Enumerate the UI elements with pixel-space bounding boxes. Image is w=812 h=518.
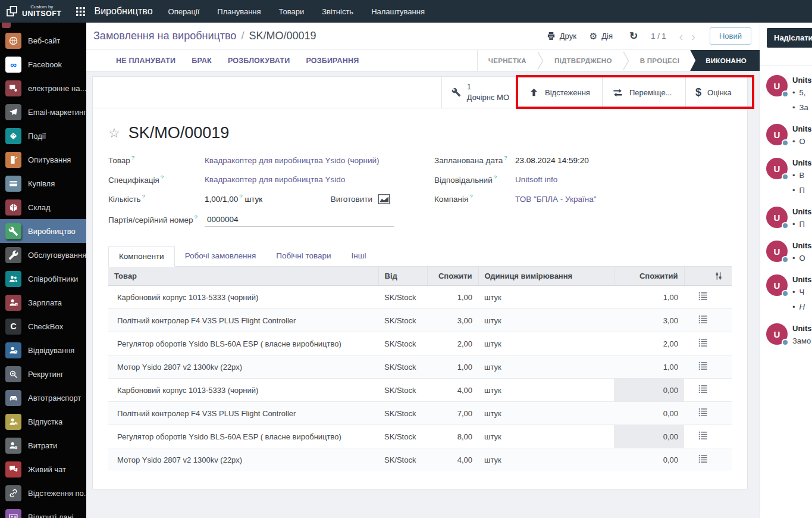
sidebar-item-payroll[interactable]: $Зарплата xyxy=(0,291,86,314)
cell-from[interactable]: SK/Stock xyxy=(378,425,427,448)
table-row[interactable]: Мотор Ysido 2807 v2 1300kv (22px)SK/Stoc… xyxy=(108,355,732,379)
sidebar-item-social-marketing[interactable]: електронне на... xyxy=(0,76,86,100)
print-button[interactable]: Друк xyxy=(547,32,576,40)
cell-uom[interactable]: штук xyxy=(478,402,614,425)
cell-product[interactable]: Регулятор оборотів Ysido BLS-60A ESP ( в… xyxy=(108,332,378,355)
company-value-link[interactable]: ТОВ "БПЛА - Україна" xyxy=(515,195,597,204)
lot-number-input[interactable] xyxy=(205,214,394,227)
cell-consumed[interactable]: 0,00 xyxy=(614,448,684,472)
cell-from[interactable]: SK/Stock xyxy=(378,379,427,402)
sidebar-item-fleet[interactable]: Автотранспорт xyxy=(0,386,86,410)
move-details-list-icon[interactable] xyxy=(698,338,707,347)
move-details-list-icon[interactable] xyxy=(698,408,707,417)
status-step[interactable]: ПІДТВЕРДЖЕНО xyxy=(544,50,623,71)
cell-uom[interactable]: штук xyxy=(478,355,614,379)
cell-to-consume[interactable]: 4,00 xyxy=(427,448,478,472)
cell-consumed[interactable]: 3,00 xyxy=(614,309,684,332)
status-step[interactable]: В ПРОЦЕСІ xyxy=(629,50,691,71)
cell-consumed[interactable]: 0,00 xyxy=(614,402,684,425)
breadcrumb-parent-link[interactable]: Замовлення на виробництво xyxy=(93,30,236,42)
product-value-link[interactable]: Квадракоптер для виробництва Ysido (чорн… xyxy=(205,156,380,165)
cell-uom[interactable]: штук xyxy=(478,425,614,448)
cell-to-consume[interactable]: 1,00 xyxy=(427,355,478,379)
cell-to-consume[interactable]: 8,00 xyxy=(427,425,478,448)
table-row[interactable]: Регулятор оборотів Ysido BLS-60A ESP ( в… xyxy=(108,332,732,355)
move-details-list-icon[interactable] xyxy=(698,385,707,394)
refresh-icon[interactable]: ↻ xyxy=(629,30,638,42)
sidebar-item-paper-plane[interactable]: Email-маркетинг xyxy=(0,100,86,124)
cell-product[interactable]: Карбоновий корпус 1013-5333 (чорний) xyxy=(108,286,378,309)
optional-columns-sliders-icon[interactable] xyxy=(691,272,726,280)
valuation-smart-button[interactable]: $ Оцінка xyxy=(685,77,747,108)
sidebar-item-link-tracker[interactable]: Відстеження по... xyxy=(0,481,86,505)
cell-to-consume[interactable]: 2,00 xyxy=(427,332,478,355)
cell-uom[interactable]: штук xyxy=(478,332,614,355)
table-row[interactable]: Мотор Ysido 2807 v2 1300kv (22px)SK/Stoc… xyxy=(108,448,732,472)
cell-product[interactable]: Політний контролер F4 V3S PLUS Flight Co… xyxy=(108,309,378,332)
tab-page[interactable]: Робочі замовлення xyxy=(175,246,267,266)
sidebar-item-survey[interactable]: Опитування xyxy=(0,148,86,171)
action-button[interactable]: НЕ ПЛАНУВАТИ xyxy=(116,57,175,65)
menu-item[interactable]: Планування xyxy=(217,7,261,16)
cell-to-consume[interactable]: 1,00 xyxy=(427,286,478,309)
table-row[interactable]: Карбоновий корпус 1013-5333 (чорний)SK/S… xyxy=(108,379,732,402)
table-row[interactable]: Політний контролер F4 V3S PLUS Flight Co… xyxy=(108,309,732,332)
cell-consumed[interactable]: 2,00 xyxy=(614,332,684,355)
tab-page[interactable]: Інші xyxy=(341,246,377,266)
responsible-value-link[interactable]: Unitsoft info xyxy=(515,175,557,184)
menu-item[interactable]: Звітність xyxy=(322,7,353,16)
new-record-button[interactable]: Новий xyxy=(710,27,751,45)
sidebar-item-manufacturing[interactable]: Виробництво xyxy=(0,219,86,243)
sidebar-item-attendance[interactable]: Відвідування xyxy=(0,338,86,362)
action-button[interactable]: БРАК xyxy=(192,57,212,65)
sidebar-item-inventory[interactable]: Склад xyxy=(0,195,86,219)
current-app-name[interactable]: Виробництво xyxy=(95,6,153,17)
cell-consumed[interactable]: 1,00 xyxy=(614,286,684,309)
menu-item[interactable]: Товари xyxy=(279,7,305,16)
status-active[interactable]: ВИКОНАНО xyxy=(690,50,760,71)
traceability-smart-button[interactable]: Відстеження xyxy=(519,77,602,108)
sidebar-item-expenses[interactable]: $Витрати xyxy=(0,433,86,457)
cell-from[interactable]: SK/Stock xyxy=(378,402,427,425)
cell-uom[interactable]: штук xyxy=(478,309,614,332)
move-details-list-icon[interactable] xyxy=(698,292,707,301)
favorite-star-icon[interactable]: ☆ xyxy=(108,127,120,140)
action-button[interactable]: РОЗБИРАННЯ xyxy=(306,57,359,65)
tab-page[interactable]: Побічні товари xyxy=(266,246,341,266)
sidebar-item-recruitment[interactable]: Рекрутинг xyxy=(0,362,86,386)
sidebar-item-maintenance[interactable]: Обслуговування xyxy=(0,243,86,267)
cell-consumed[interactable]: 1,00 xyxy=(614,355,684,379)
action-menu-button[interactable]: ⚙ Дія xyxy=(590,32,613,40)
cell-uom[interactable]: штук xyxy=(478,448,614,472)
cell-to-consume[interactable]: 3,00 xyxy=(427,309,478,332)
sidebar-item-globe[interactable]: Веб-сайт xyxy=(0,29,86,52)
produce-forecast-button[interactable]: Виготовити xyxy=(331,194,406,204)
send-message-button[interactable]: Надіслати xyxy=(767,28,812,48)
status-step[interactable]: ЧЕРНЕТКА xyxy=(478,50,537,71)
product-moves-smart-button[interactable]: Переміще... xyxy=(602,77,685,108)
cell-from[interactable]: SK/Stock xyxy=(378,448,427,472)
sidebar-item-open-data[interactable]: Відкриті дані xyxy=(0,505,86,518)
sidebar-item-checkbox-app[interactable]: CCheckBox xyxy=(0,314,86,338)
table-row[interactable]: Карбоновий корпус 1013-5333 (чорний)SK/S… xyxy=(108,286,732,309)
sidebar-item-livechat[interactable]: Живий чат xyxy=(0,457,86,481)
cell-product[interactable]: Карбоновий корпус 1013-5333 (чорний) xyxy=(108,379,378,402)
move-details-list-icon[interactable] xyxy=(698,431,707,440)
action-button[interactable]: РОЗБЛОКУВАТИ xyxy=(228,57,290,65)
sidebar-item-events[interactable]: Події xyxy=(0,124,86,148)
pager-next-icon[interactable]: › xyxy=(691,30,695,42)
cell-product[interactable]: Політний контролер F4 V3S PLUS Flight Co… xyxy=(108,402,378,425)
move-details-list-icon[interactable] xyxy=(698,315,707,324)
cell-consumed[interactable]: 0,00 xyxy=(614,379,684,402)
cell-product[interactable]: Мотор Ysido 2807 v2 1300kv (22px) xyxy=(108,448,378,472)
cell-from[interactable]: SK/Stock xyxy=(378,286,427,309)
cell-product[interactable]: Мотор Ysido 2807 v2 1300kv (22px) xyxy=(108,355,378,379)
cell-from[interactable]: SK/Stock xyxy=(378,332,427,355)
cell-to-consume[interactable]: 4,00 xyxy=(427,379,478,402)
cell-product[interactable]: Регулятор оборотів Ysido BLS-60A ESP ( в… xyxy=(108,425,378,448)
table-row[interactable]: Регулятор оборотів Ysido BLS-60A ESP ( в… xyxy=(108,425,732,448)
sidebar-item-meta[interactable]: ∞Facebook xyxy=(0,52,86,76)
apps-grid-icon[interactable] xyxy=(76,7,85,16)
move-details-list-icon[interactable] xyxy=(698,361,707,370)
tab-active[interactable]: Компоненти xyxy=(108,246,175,267)
